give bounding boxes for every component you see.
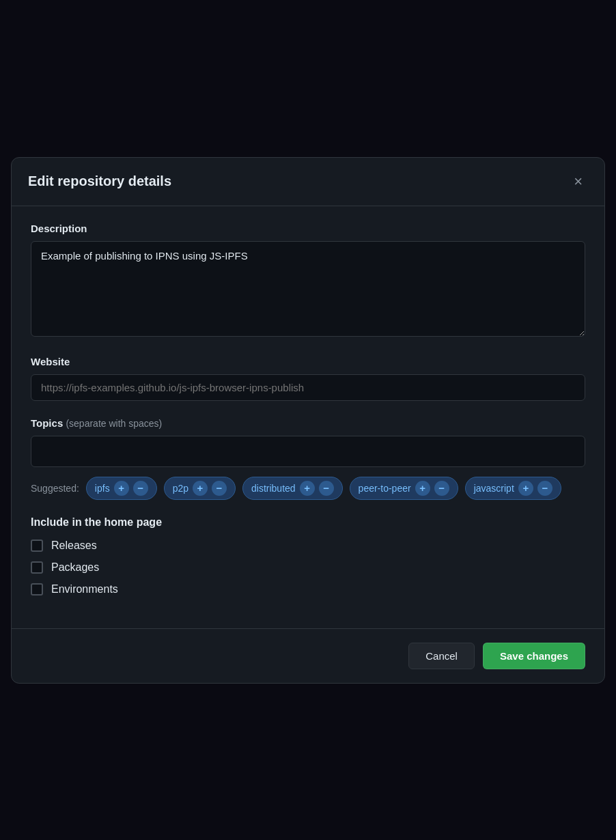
website-input[interactable] — [31, 374, 585, 401]
description-field-group: Description Example of publishing to IPN… — [31, 223, 585, 339]
save-button[interactable]: Save changes — [483, 643, 585, 669]
topic-chip-ipfs: ipfs + − — [86, 477, 157, 500]
suggested-chips-container: Suggested: ipfs + − p2p + − — [31, 477, 585, 500]
chip-label-ipfs: ipfs — [95, 483, 110, 494]
checkbox-label-environments: Environments — [51, 583, 118, 596]
chip-remove-peer-to-peer[interactable]: − — [434, 481, 449, 496]
chip-remove-distributed[interactable]: − — [319, 481, 334, 496]
topics-field-group: Topics (separate with spaces) Suggested:… — [31, 417, 585, 500]
checkbox-releases[interactable] — [31, 540, 43, 552]
checkbox-item-packages[interactable]: Packages — [31, 561, 585, 574]
modal-footer: Cancel Save changes — [12, 628, 604, 683]
include-field-group: Include in the home page Releases Packag… — [31, 516, 585, 596]
cancel-button[interactable]: Cancel — [408, 643, 475, 669]
edit-repository-modal: Edit repository details × Description Ex… — [11, 157, 605, 684]
checkbox-label-releases: Releases — [51, 540, 97, 552]
topics-input[interactable] — [31, 436, 585, 467]
chip-add-p2p[interactable]: + — [193, 481, 208, 496]
checkbox-item-releases[interactable]: Releases — [31, 540, 585, 552]
topic-chip-p2p: p2p + − — [164, 477, 236, 500]
chip-label-javascript: javascript — [474, 483, 514, 494]
chip-add-ipfs[interactable]: + — [114, 481, 129, 496]
chip-remove-p2p[interactable]: − — [212, 481, 227, 496]
topic-chip-javascript: javascript + − — [465, 477, 561, 500]
chips-row: ipfs + − p2p + − distributed — [86, 477, 561, 500]
checkbox-group: Releases Packages Environments — [31, 540, 585, 596]
chip-remove-ipfs[interactable]: − — [133, 481, 148, 496]
modal-title: Edit repository details — [28, 173, 171, 189]
description-textarea[interactable]: Example of publishing to IPNS using JS-I… — [31, 241, 585, 337]
checkbox-environments[interactable] — [31, 583, 43, 596]
chip-label-peer-to-peer: peer-to-peer — [359, 483, 411, 494]
chip-add-peer-to-peer[interactable]: + — [415, 481, 430, 496]
suggested-label: Suggested: — [31, 483, 79, 494]
include-section-title: Include in the home page — [31, 516, 585, 529]
checkbox-item-environments[interactable]: Environments — [31, 583, 585, 596]
website-field-group: Website — [31, 356, 585, 401]
topic-chip-distributed: distributed + − — [242, 477, 343, 500]
chip-label-distributed: distributed — [251, 483, 296, 494]
modal-header: Edit repository details × — [12, 158, 604, 206]
chip-add-javascript[interactable]: + — [518, 481, 533, 496]
topics-label: Topics (separate with spaces) — [31, 417, 585, 429]
website-label: Website — [31, 356, 585, 367]
topics-label-secondary: (separate with spaces) — [66, 418, 162, 429]
checkbox-packages[interactable] — [31, 561, 43, 574]
modal-body: Description Example of publishing to IPN… — [12, 206, 604, 628]
topic-chip-peer-to-peer: peer-to-peer + − — [350, 477, 458, 500]
modal-overlay: Edit repository details × Description Ex… — [0, 0, 616, 840]
chip-remove-javascript[interactable]: − — [537, 481, 552, 496]
chip-add-distributed[interactable]: + — [300, 481, 315, 496]
checkbox-label-packages: Packages — [51, 561, 99, 574]
description-label: Description — [31, 223, 585, 234]
chip-label-p2p: p2p — [173, 483, 188, 494]
close-button[interactable]: × — [568, 171, 588, 192]
